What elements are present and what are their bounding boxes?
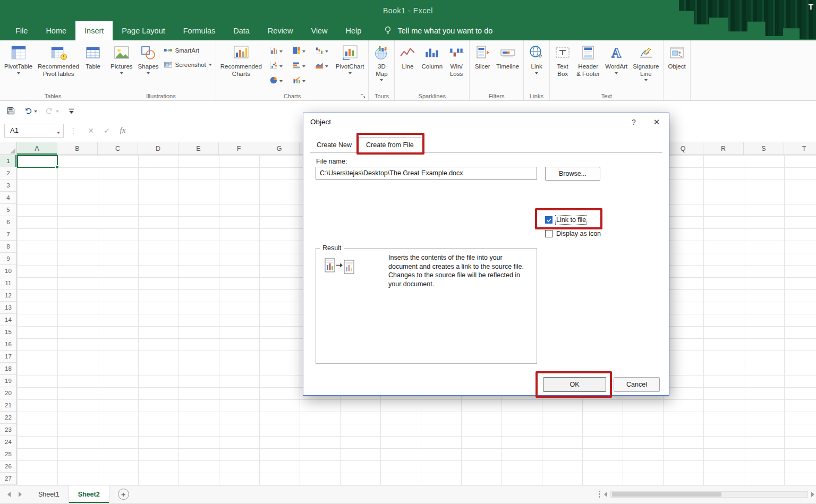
ribbon-button-smartart[interactable]: SmartArt [164,46,212,55]
dialog-tab-create-from-file[interactable]: Create from File [359,137,421,153]
row-header-21[interactable]: 21 [0,399,17,412]
checkbox-unchecked-icon[interactable] [545,230,552,237]
tell-me-box[interactable]: Tell me what you want to do [383,21,492,40]
row-header-14[interactable]: 14 [0,314,17,326]
display-as-icon-checkbox[interactable]: Display as icon [545,230,601,237]
column-header-d[interactable]: D [138,142,178,155]
ribbon-button-win-loss[interactable]: Win/ Loss [445,41,468,78]
sheet-tab-sheet2[interactable]: Sheet2 [69,485,109,503]
ribbon-button-insert-column-chart[interactable] [265,46,287,55]
qat-undo-button[interactable] [23,106,37,115]
column-header-b[interactable]: B [57,142,98,155]
ribbon-tab-review[interactable]: Review [259,21,302,40]
row-header-15[interactable]: 15 [0,326,17,338]
next-sheet-icon[interactable] [19,492,22,497]
ok-button[interactable]: OK [543,377,606,392]
ribbon-button-line[interactable]: Line [396,41,419,71]
ribbon-button-insert-combo-chart[interactable] [287,76,310,84]
confirm-entry-icon[interactable]: ✓ [99,126,115,135]
new-sheet-button[interactable]: + [118,489,129,500]
column-header-e[interactable]: E [178,142,219,155]
ribbon-button-wordart[interactable]: AWordArt [602,41,630,74]
scrollbar-track[interactable] [610,491,808,498]
row-header-2[interactable]: 2 [0,167,17,180]
dialog-launcher-icon[interactable] [360,92,367,99]
dialog-help-button[interactable]: ? [623,113,644,131]
ribbon-button-pivottable[interactable]: PivotTable [2,41,35,74]
row-header-25[interactable]: 25 [0,448,17,460]
dialog-tab-create-new[interactable]: Create New [310,139,359,152]
column-header-t[interactable]: T [784,142,816,155]
ribbon-button-text-box[interactable]: Text Box [551,41,574,78]
cancel-entry-icon[interactable]: ✕ [83,126,99,135]
column-header-g[interactable]: G [259,142,300,155]
column-header-f[interactable]: F [219,142,259,155]
row-header-11[interactable]: 11 [0,277,17,289]
browse-button[interactable]: Browse... [545,167,600,181]
ribbon-button-screenshot[interactable]: Screenshot [164,60,212,69]
row-header-10[interactable]: 10 [0,265,17,277]
ribbon-button-insert-bar-chart[interactable] [287,61,310,70]
row-header-24[interactable]: 24 [0,436,17,448]
qat-redo-button[interactable] [45,106,59,115]
ribbon-tab-formulas[interactable]: Formulas [174,21,224,40]
row-header-23[interactable]: 23 [0,424,17,436]
column-header-a[interactable]: A [17,142,57,155]
ribbon-tab-home[interactable]: Home [37,21,75,40]
column-header-r[interactable]: R [703,142,744,155]
selected-cell-a1[interactable] [17,155,58,168]
prev-sheet-icon[interactable] [7,492,11,497]
row-header-8[interactable]: 8 [0,241,17,253]
row-header-26[interactable]: 26 [0,460,17,473]
ribbon-button-pictures[interactable]: Pictures [108,41,135,74]
ribbon-button-object[interactable]: Object [665,41,688,71]
ribbon-button-recommended-charts[interactable]: Recommended Charts [218,41,265,78]
row-header-7[interactable]: 7 [0,228,17,241]
select-all-button[interactable] [0,142,17,155]
ribbon-button-insert-hierarchy-chart[interactable] [287,46,310,55]
ribbon-button-shapes[interactable]: Shapes [135,41,162,74]
ribbon-tab-page-layout[interactable]: Page Layout [113,21,174,40]
ribbon-tab-file[interactable]: File [6,21,37,40]
row-header-20[interactable]: 20 [0,387,17,399]
ribbon-tab-insert[interactable]: Insert [75,21,113,40]
row-header-22[interactable]: 22 [0,412,17,424]
horizontal-scrollbar[interactable] [598,485,814,503]
ribbon-button-timeline[interactable]: Timeline [494,41,522,71]
file-name-input[interactable] [316,167,537,180]
row-header-27[interactable]: 27 [0,473,17,485]
row-header-6[interactable]: 6 [0,216,17,228]
ribbon-button-insert-pie-chart[interactable] [265,76,287,84]
ribbon-button-3d-map[interactable]: 3D Map [370,41,393,81]
scroll-left-icon[interactable] [604,492,607,497]
scrollbar-thumb[interactable] [612,492,721,497]
row-header-9[interactable]: 9 [0,253,17,265]
row-header-3[interactable]: 3 [0,180,17,192]
row-header-19[interactable]: 19 [0,375,17,387]
sheet-tab-sheet1[interactable]: Sheet1 [29,485,69,503]
row-header-16[interactable]: 16 [0,338,17,351]
ribbon-button-header-footer[interactable]: Header & Footer [574,41,602,78]
tab-split-handle[interactable] [598,490,601,499]
row-header-17[interactable]: 17 [0,351,17,363]
row-header-5[interactable]: 5 [0,204,17,216]
ribbon-button-signature-line[interactable]: Signature Line [630,41,661,81]
row-header-13[interactable]: 13 [0,302,17,314]
ribbon-tab-view[interactable]: View [302,21,336,40]
row-header-18[interactable]: 18 [0,363,17,375]
row-header-12[interactable]: 12 [0,289,17,302]
row-header-4[interactable]: 4 [0,192,17,204]
ribbon-button-insert-scatter-chart[interactable] [265,61,287,70]
dialog-close-button[interactable]: ✕ [644,113,669,131]
ribbon-button-link[interactable]: Link [525,41,548,74]
qat-customize-quick-access-button[interactable] [67,106,76,115]
column-header-s[interactable]: S [744,142,784,155]
ribbon-button-insert-waterfall-chart[interactable] [310,46,333,55]
cancel-button[interactable]: Cancel [614,377,660,392]
ribbon-button-pivotchart[interactable]: PivotChart [333,41,367,74]
checkbox-checked-icon[interactable] [545,216,552,224]
ribbon-button-slicer[interactable]: Slicer [471,41,494,71]
link-to-file-checkbox[interactable]: Link to file [545,216,586,224]
ribbon-tab-help[interactable]: Help [337,21,371,40]
ribbon-button-insert-area-chart[interactable] [310,61,333,70]
